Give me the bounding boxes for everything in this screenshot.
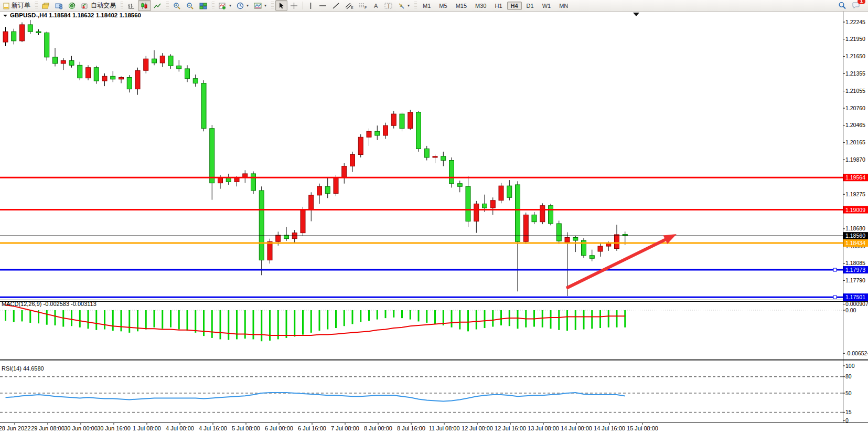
tile-windows-button[interactable]: [197, 0, 210, 11]
candle-down: [483, 204, 487, 208]
new-order-button[interactable]: 新订单: [0, 0, 33, 11]
cursor-button[interactable]: [275, 0, 287, 11]
channel-tool[interactable]: E: [342, 0, 356, 11]
auto-trading-label: 自动交易: [91, 1, 116, 10]
vertical-line-tool[interactable]: [305, 0, 316, 11]
chat-button[interactable]: 1: [849, 0, 863, 11]
history-center-icon: [42, 2, 50, 9]
candle-down: [78, 65, 82, 78]
candle-down: [53, 57, 58, 64]
candle-down: [185, 69, 190, 79]
horizontal-line-tool[interactable]: [316, 0, 329, 11]
timeframe-m1[interactable]: M1: [419, 2, 434, 10]
timeframe-mn[interactable]: MN: [555, 2, 572, 10]
toolbar-grip: [35, 2, 38, 9]
date-tick-label: 28 Jun 2022: [0, 425, 30, 431]
macd-bar: [112, 310, 114, 331]
periods-clock-icon: [237, 2, 244, 9]
macd-bar: [558, 310, 560, 330]
candle-down: [556, 224, 561, 241]
candle-up: [342, 166, 347, 178]
dropdown-caret: ▾: [408, 3, 410, 8]
macd-bar: [624, 310, 626, 328]
timeframe-m30[interactable]: M30: [471, 2, 490, 10]
candle-down: [416, 112, 421, 149]
zoom-in-button[interactable]: [170, 0, 184, 11]
terminal-button[interactable]: [52, 0, 66, 11]
signals-button[interactable]: [66, 0, 79, 11]
periods-button[interactable]: ▾: [234, 0, 251, 11]
date-tick-label: 1 Jul 08:00: [133, 425, 161, 431]
macd-bar: [575, 310, 576, 330]
candle-up: [160, 56, 165, 63]
price-tick-label: 1.18680: [845, 225, 865, 231]
chart-canvas[interactable]: 1.222451.219501.216501.213551.210551.207…: [0, 0, 868, 433]
price-tick-label: 1.20760: [845, 105, 865, 111]
line-handle[interactable]: [833, 295, 837, 299]
chart-bars-button[interactable]: [125, 0, 138, 11]
candle-up: [433, 156, 437, 157]
candle-up: [523, 215, 528, 241]
macd-bar: [583, 310, 585, 330]
search-button[interactable]: [835, 0, 849, 11]
dropdown-caret: ▾: [229, 3, 231, 8]
arrows-tool[interactable]: ▾: [395, 0, 412, 11]
date-tick-label: 13 Jul 08:00: [528, 425, 559, 431]
candle-down: [457, 184, 462, 187]
indicators-button[interactable]: ▾: [216, 0, 234, 11]
candle-up: [86, 68, 91, 78]
macd-bar: [302, 310, 304, 335]
macd-bar: [286, 310, 287, 338]
macd-bar: [368, 310, 370, 321]
line-handle[interactable]: [833, 268, 837, 271]
chart-line-button[interactable]: [151, 0, 164, 11]
timeframe-h1[interactable]: H1: [491, 2, 506, 10]
timeframe-h4[interactable]: H4: [507, 2, 522, 10]
macd-bar: [178, 310, 180, 330]
macd-bar: [426, 310, 427, 323]
candle-up: [144, 59, 148, 70]
candle-down: [152, 59, 157, 63]
candle-up: [350, 154, 355, 166]
fibonacci-tool[interactable]: F: [356, 0, 370, 11]
macd-bar: [476, 310, 477, 330]
tile-windows-icon: [199, 2, 207, 9]
text-label-tool[interactable]: T: [382, 0, 395, 11]
macd-tick-label: 0.00: [845, 307, 856, 313]
price-label-1.19564: 1.19564: [845, 174, 865, 181]
candle-down: [400, 114, 404, 129]
candle-down: [201, 83, 206, 129]
indicators-icon: [219, 2, 227, 9]
candle-up: [499, 186, 503, 200]
candle-up: [615, 235, 619, 249]
svg-text:E: E: [351, 6, 353, 9]
history-center-button[interactable]: [39, 0, 52, 11]
zoom-out-button[interactable]: [184, 0, 197, 11]
chart-candles-button[interactable]: [138, 0, 151, 11]
auto-trading-button[interactable]: 自动交易: [79, 0, 119, 11]
date-tick-label: 5 Jul 08:00: [232, 425, 260, 431]
timeframe-m15[interactable]: M15: [452, 2, 470, 10]
candle-down: [251, 174, 256, 191]
zoom-in-icon: [173, 2, 181, 9]
timeframe-d1[interactable]: D1: [523, 2, 538, 10]
macd-bar: [599, 310, 601, 328]
rsi-tick-label: 100: [845, 363, 855, 369]
rsi-tick-label: 15: [845, 409, 852, 415]
templates-button[interactable]: ▾: [251, 0, 269, 11]
candle-down: [36, 31, 41, 33]
date-tick-label: 6 Jul 16:00: [298, 425, 326, 431]
text-label-icon: T: [384, 2, 392, 9]
macd-bar: [121, 310, 122, 331]
text-tool[interactable]: A: [370, 0, 382, 11]
equidistant-channel-icon: E: [345, 2, 353, 9]
price-label-1.18434: 1.18434: [845, 240, 865, 246]
macd-bar: [203, 310, 205, 336]
candle-up: [358, 137, 363, 154]
svg-text:F: F: [365, 6, 367, 9]
date-tick-label: 30 Jun 16:00: [97, 425, 131, 431]
timeframe-m5[interactable]: M5: [435, 2, 451, 10]
trendline-tool[interactable]: [329, 0, 342, 11]
timeframe-w1[interactable]: W1: [539, 2, 555, 10]
crosshair-button[interactable]: [287, 0, 301, 11]
